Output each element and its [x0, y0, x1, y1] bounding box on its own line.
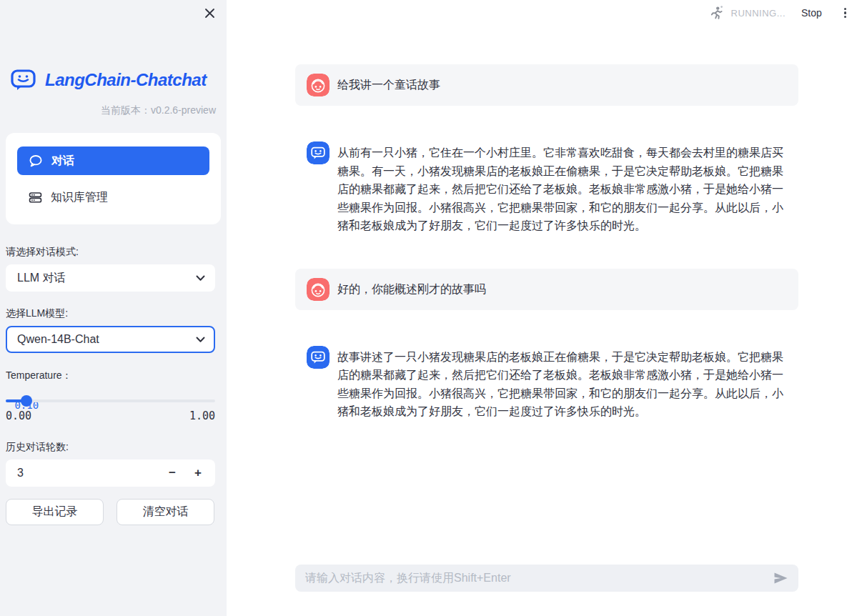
version-label: 当前版本：	[101, 104, 151, 116]
temperature-slider: 0.10 0.00 1.00	[6, 399, 215, 422]
sidebar-nav-card: 对话 知识库管理	[6, 133, 221, 224]
message-text: 好的，你能概述刚才的故事吗	[337, 282, 486, 297]
server-stack-icon	[29, 191, 42, 204]
chat-message-user: 给我讲一个童话故事	[295, 64, 798, 106]
assistant-avatar	[307, 141, 330, 164]
chat-history: 给我讲一个童话故事 从前有一只小猪，它住在一个小村庄里。它非常喜欢吃甜食，每天都…	[295, 0, 798, 430]
increment-button[interactable]: +	[185, 462, 211, 485]
llm-model-select[interactable]: Qwen-14B-Chat	[6, 326, 215, 353]
sidebar-close-button[interactable]	[202, 6, 217, 20]
assistant-avatar	[307, 346, 330, 369]
stop-button[interactable]: Stop	[801, 7, 822, 19]
message-text: 给我讲一个童话故事	[337, 78, 440, 92]
chat-input[interactable]	[305, 572, 771, 585]
decrement-button[interactable]: −	[159, 462, 185, 485]
app-title: LangChain-Chatchat	[45, 70, 207, 90]
chatchat-logo-icon	[10, 68, 39, 92]
slider-range: 0.00 1.00	[6, 409, 215, 422]
chevron-down-icon	[196, 275, 205, 282]
app-logo: LangChain-Chatchat	[0, 0, 227, 92]
dialog-mode-label: 请选择对话模式:	[6, 246, 227, 259]
running-status: RUNNING...	[731, 8, 786, 19]
status-toolbar: RUNNING... Stop	[709, 0, 857, 26]
send-button[interactable]	[771, 569, 790, 587]
chevron-down-icon	[196, 337, 205, 343]
chat-bubble-icon	[29, 154, 43, 168]
sidebar: LangChain-Chatchat 当前版本：v0.2.6-preview 对…	[0, 0, 227, 616]
chat-message-assistant: 从前有一只小猪，它住在一个小村庄里。它非常喜欢吃甜食，每天都会去村里的糖果店买糖…	[295, 132, 798, 244]
export-history-button[interactable]: 导出记录	[6, 499, 104, 525]
running-man-icon	[709, 5, 725, 21]
main-area: RUNNING... Stop 给我讲一个童话故事	[227, 0, 857, 616]
sidebar-item-knowledge-base[interactable]: 知识库管理	[17, 187, 209, 207]
chat-message-user: 好的，你能概述刚才的故事吗	[295, 269, 798, 310]
version-info: 当前版本：v0.2.6-preview	[0, 104, 227, 117]
app-window: LangChain-Chatchat 当前版本：v0.2.6-preview 对…	[0, 0, 857, 616]
llm-model-label: 选择LLM模型:	[6, 307, 227, 320]
temperature-label: Temperature：	[6, 369, 227, 382]
version-value: v0.2.6-preview	[151, 104, 216, 116]
close-icon	[204, 8, 215, 19]
slider-max: 1.00	[189, 409, 215, 422]
send-icon	[774, 572, 788, 584]
slider-track[interactable]	[6, 399, 215, 402]
sidebar-item-dialogue[interactable]: 对话	[17, 146, 209, 175]
user-avatar	[307, 278, 330, 301]
chat-message-assistant: 故事讲述了一只小猪发现糖果店的老板娘正在偷糖果，于是它决定帮助老板娘。它把糖果店…	[295, 337, 798, 430]
history-rounds-value: 3	[17, 467, 159, 480]
nav-item-label: 对话	[51, 154, 74, 169]
sidebar-actions: 导出记录 清空对话	[6, 499, 221, 525]
message-text: 故事讲述了一只小猪发现糖果店的老板娘正在偷糖果，于是它决定帮助老板娘。它把糖果店…	[337, 348, 787, 421]
nav-item-label: 知识库管理	[51, 190, 108, 205]
message-text: 从前有一只小猪，它住在一个小村庄里。它非常喜欢吃甜食，每天都会去村里的糖果店买糖…	[337, 144, 787, 235]
dialog-mode-select[interactable]: LLM 对话	[6, 264, 215, 292]
dialog-mode-value: LLM 对话	[17, 271, 66, 286]
user-avatar	[307, 74, 330, 96]
history-rounds-label: 历史对话轮数:	[6, 441, 227, 454]
history-rounds-input[interactable]: 3 − +	[6, 459, 215, 487]
llm-model-value: Qwen-14B-Chat	[17, 333, 99, 346]
slider-thumb[interactable]	[21, 395, 32, 407]
slider-min: 0.00	[6, 409, 31, 422]
clear-dialog-button[interactable]: 清空对话	[117, 499, 214, 525]
overflow-menu-icon[interactable]	[842, 6, 848, 21]
chat-input-container	[295, 565, 798, 592]
